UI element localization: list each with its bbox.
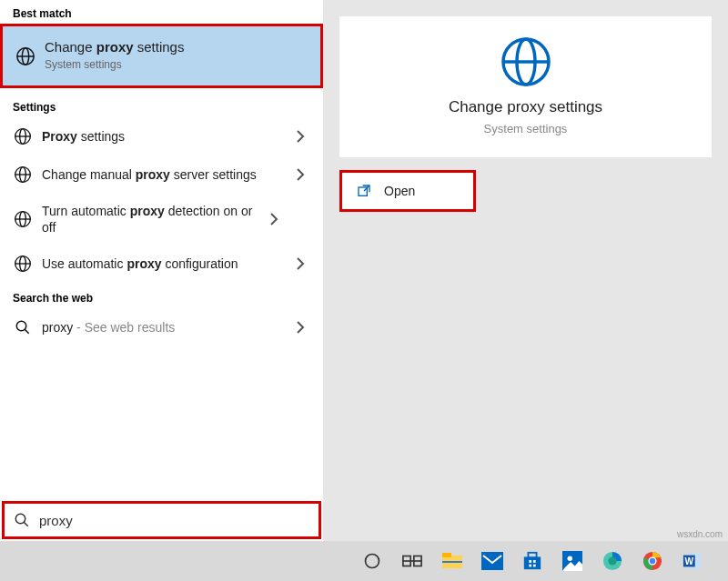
store-icon[interactable] <box>520 548 545 574</box>
svg-rect-37 <box>533 565 536 567</box>
settings-item-label: Use automatic proxy configuration <box>42 255 296 272</box>
settings-item-manual-proxy[interactable]: Change manual proxy server settings <box>0 155 323 194</box>
cortana-icon[interactable] <box>359 548 385 574</box>
chevron-right-icon <box>296 168 310 181</box>
task-view-icon[interactable] <box>399 548 425 574</box>
search-icon <box>14 512 30 528</box>
photos-icon[interactable] <box>560 548 585 574</box>
svg-rect-34 <box>529 560 531 563</box>
globe-icon-large <box>339 35 712 89</box>
search-icon <box>13 317 33 337</box>
watermark: wsxdn.com <box>677 529 723 539</box>
globe-icon <box>13 126 33 146</box>
settings-item-label: Proxy settings <box>42 128 296 145</box>
svg-point-24 <box>366 555 379 568</box>
actions-list: Open <box>339 170 712 212</box>
chevron-right-icon <box>296 321 310 334</box>
detail-pane: Change proxy settings System settings Op… <box>323 0 728 541</box>
chevron-right-icon <box>296 257 310 270</box>
open-icon <box>355 184 373 198</box>
word-icon[interactable]: W <box>680 548 705 574</box>
svg-rect-33 <box>528 553 536 558</box>
chrome-icon[interactable] <box>640 548 665 574</box>
open-action[interactable]: Open <box>342 173 473 209</box>
best-match-header: Best match <box>0 0 323 24</box>
svg-point-22 <box>15 514 25 524</box>
globe-icon <box>13 254 33 274</box>
svg-line-16 <box>25 329 29 334</box>
svg-rect-32 <box>524 556 541 569</box>
web-result-item[interactable]: proxy - See web results <box>0 308 323 346</box>
edge-icon[interactable] <box>600 548 625 574</box>
globe-icon <box>13 209 33 229</box>
svg-rect-35 <box>533 560 536 563</box>
chevron-right-icon <box>269 213 284 225</box>
open-label: Open <box>384 184 415 198</box>
search-input[interactable] <box>39 513 309 528</box>
globe-icon <box>15 46 35 66</box>
file-explorer-icon[interactable] <box>440 548 465 574</box>
detail-subtitle: System settings <box>339 122 712 135</box>
svg-point-39 <box>568 556 573 562</box>
settings-item-auto-detect[interactable]: Turn automatic proxy detection on or off <box>0 194 323 245</box>
web-result-label: proxy - See web results <box>42 319 296 336</box>
best-match-subtitle: System settings <box>45 58 122 71</box>
web-header: Search the web <box>0 283 323 308</box>
svg-text:W: W <box>685 556 694 566</box>
svg-point-41 <box>608 556 616 565</box>
best-match-item[interactable]: Change proxy settings System settings <box>0 24 323 88</box>
svg-rect-29 <box>442 553 451 557</box>
search-bar[interactable] <box>2 501 321 539</box>
search-results-pane: Best match Change proxy settings System … <box>0 0 323 541</box>
svg-point-44 <box>650 558 655 564</box>
chevron-right-icon <box>296 130 310 143</box>
settings-item-label: Turn automatic proxy detection on or off <box>42 203 269 235</box>
best-match-title: Change proxy settings <box>45 39 184 55</box>
svg-point-15 <box>16 321 26 331</box>
svg-line-23 <box>24 522 28 526</box>
detail-card: Change proxy settings System settings <box>339 16 712 157</box>
globe-icon <box>13 165 33 185</box>
settings-header: Settings <box>0 88 323 117</box>
svg-rect-36 <box>529 565 531 567</box>
settings-item-proxy[interactable]: Proxy settings <box>0 117 323 155</box>
detail-title: Change proxy settings <box>339 98 712 116</box>
taskbar: W <box>0 541 728 581</box>
settings-item-label: Change manual proxy server settings <box>42 166 296 183</box>
svg-rect-31 <box>481 552 503 570</box>
mail-icon[interactable] <box>480 548 505 574</box>
settings-item-auto-config[interactable]: Use automatic proxy configuration <box>0 245 323 283</box>
svg-rect-30 <box>442 561 462 563</box>
